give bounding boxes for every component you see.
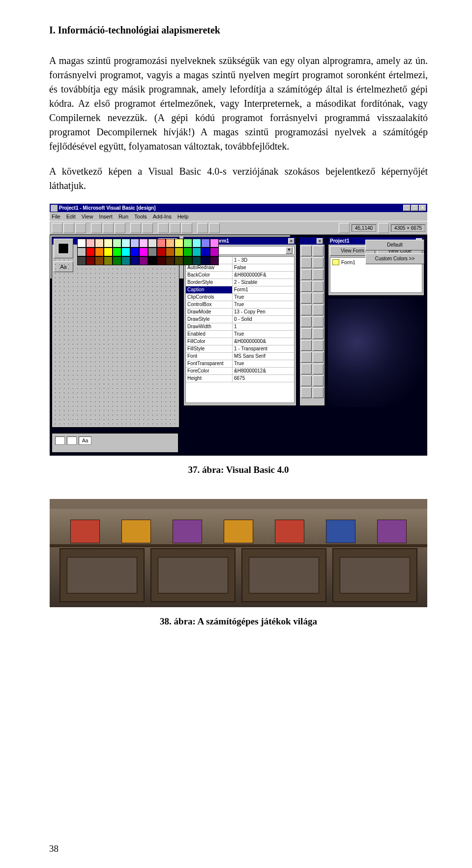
toolbar-button[interactable]	[91, 223, 102, 233]
property-value[interactable]: Form1	[233, 286, 294, 293]
toolbar-button[interactable]	[103, 223, 114, 233]
property-row[interactable]: FontMS Sans Serif	[186, 353, 294, 360]
palette-color[interactable]	[121, 256, 130, 265]
toolbox-titlebar[interactable]: ×	[300, 237, 324, 245]
toolbox-tool[interactable]	[313, 281, 324, 292]
toolbox-window[interactable]: ×	[299, 237, 325, 406]
palette-color[interactable]	[157, 256, 166, 265]
property-row[interactable]: FontTransparentTrue	[186, 360, 294, 368]
property-row[interactable]: ControlBoxTrue	[186, 301, 294, 309]
toolbar-button[interactable]	[181, 223, 192, 233]
toolbar-button[interactable]	[209, 223, 220, 233]
property-row[interactable]: DrawStyle0 - Solid	[186, 316, 294, 323]
palette-color[interactable]	[86, 256, 95, 265]
property-row[interactable]: ForeColor&H80000012&	[186, 368, 294, 375]
palette-color[interactable]	[175, 248, 183, 256]
palette-color[interactable]	[192, 239, 201, 248]
toolbox-tool[interactable]	[301, 387, 312, 398]
menu-edit[interactable]: Edit	[66, 214, 76, 219]
menu-view[interactable]: View	[82, 214, 93, 219]
palette-color[interactable]	[166, 256, 175, 265]
toolbar-button[interactable]	[197, 223, 208, 233]
palette-color[interactable]	[210, 256, 219, 265]
palette-color[interactable]	[175, 239, 183, 248]
properties-close[interactable]: ×	[288, 238, 295, 244]
maximize-button[interactable]: □	[411, 205, 418, 211]
menu-tools[interactable]: Tools	[134, 214, 147, 219]
property-value[interactable]: 0 - Solid	[233, 316, 294, 323]
property-row[interactable]: CaptionForm1	[186, 286, 294, 294]
palette-color[interactable]	[183, 239, 192, 248]
toolbox-tool[interactable]	[301, 352, 312, 363]
toolbox-tool[interactable]	[301, 328, 312, 339]
toolbox-tool[interactable]	[313, 387, 324, 398]
palette-color[interactable]	[77, 256, 86, 265]
palette-color[interactable]	[157, 248, 166, 256]
palette-color-grid[interactable]	[77, 239, 219, 265]
palette-color[interactable]	[104, 248, 113, 256]
palette-color[interactable]	[86, 248, 95, 256]
menu-help[interactable]: Help	[177, 214, 189, 219]
toolbox-tool[interactable]	[301, 305, 312, 315]
property-value[interactable]: True	[233, 294, 294, 301]
palette-color[interactable]	[166, 248, 175, 256]
toolbox-tool[interactable]	[301, 269, 312, 280]
toolbox-tool[interactable]	[301, 246, 312, 256]
palette-color[interactable]	[130, 239, 139, 248]
palette-color[interactable]	[192, 256, 201, 265]
palette-color[interactable]	[121, 239, 130, 248]
toolbox-tool[interactable]	[313, 257, 324, 268]
chevron-down-icon[interactable]: ▼	[286, 247, 293, 254]
property-value[interactable]: &H00000000&	[233, 338, 294, 345]
toolbar-button[interactable]	[63, 223, 74, 233]
toolbox-tool[interactable]	[301, 375, 312, 386]
toolbar-button[interactable]	[170, 223, 180, 233]
property-value[interactable]: 13 - Copy Pen	[233, 309, 294, 315]
property-row[interactable]: DrawMode13 - Copy Pen	[186, 309, 294, 316]
palette-color[interactable]	[130, 248, 139, 256]
property-value[interactable]: False	[233, 264, 294, 271]
toolbar-button[interactable]	[142, 223, 153, 233]
palette-color[interactable]	[175, 256, 183, 265]
properties-grid[interactable]: Appearance1 - 3DAutoRedrawFalseBackColor…	[185, 256, 295, 403]
toolbox-tool[interactable]	[301, 316, 312, 327]
palette-color[interactable]	[157, 239, 166, 248]
property-value[interactable]: MS Sans Serif	[233, 353, 294, 360]
palette-color[interactable]	[95, 256, 104, 265]
palette-color[interactable]	[201, 248, 210, 256]
palette-color[interactable]	[148, 256, 157, 265]
toolbox-tool[interactable]	[301, 340, 312, 351]
palette-color[interactable]	[86, 239, 95, 248]
palette-color[interactable]	[139, 239, 148, 248]
toolbar-button[interactable]	[158, 223, 169, 233]
palette-color[interactable]	[104, 239, 113, 248]
toolbox-tool[interactable]	[313, 269, 324, 280]
toolbox-tool[interactable]	[301, 257, 312, 268]
palette-color[interactable]	[113, 239, 121, 248]
property-row[interactable]: EnabledTrue	[186, 331, 294, 338]
property-value[interactable]: &H8000000F&	[233, 272, 294, 279]
palette-color[interactable]	[148, 239, 157, 248]
palette-color[interactable]	[113, 256, 121, 265]
menu-addins[interactable]: Add-Ins	[153, 214, 172, 219]
palette-color[interactable]	[201, 239, 210, 248]
property-value[interactable]: True	[233, 360, 294, 367]
toolbox-close[interactable]: ×	[317, 238, 323, 244]
toolbox-tool[interactable]	[313, 316, 324, 327]
property-row[interactable]: AutoRedrawFalse	[186, 264, 294, 272]
property-row[interactable]: DrawWidth1	[186, 323, 294, 331]
palette-color[interactable]	[210, 248, 219, 256]
property-value[interactable]: True	[233, 301, 294, 308]
toolbox-tool[interactable]	[313, 246, 324, 256]
palette-color[interactable]	[77, 248, 86, 256]
palette-foreground-swatch[interactable]	[54, 239, 73, 258]
toolbox-tool[interactable]	[313, 364, 324, 374]
toolbox-tool[interactable]	[301, 364, 312, 374]
palette-custom-button[interactable]: Custom Colors >>	[365, 253, 424, 264]
property-value[interactable]: 1	[233, 323, 294, 330]
toolbox-tool[interactable]	[301, 281, 312, 292]
minimize-button[interactable]: _	[403, 205, 411, 211]
toolbox-tool[interactable]	[313, 375, 324, 386]
toolbox-tool[interactable]	[301, 293, 312, 304]
palette-color[interactable]	[113, 248, 121, 256]
